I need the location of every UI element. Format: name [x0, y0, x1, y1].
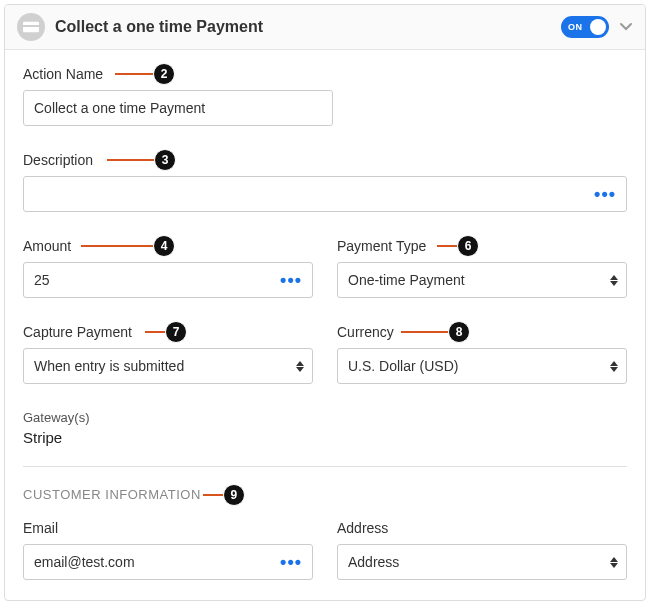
toggle-label: ON [568, 22, 583, 32]
currency-select[interactable]: U.S. Dollar (USD) [337, 348, 627, 384]
currency-label: Currency [337, 324, 627, 340]
address-select[interactable]: Address [337, 544, 627, 580]
payment-type-select[interactable]: One-time Payment [337, 262, 627, 298]
action-name-label: Action Name [23, 66, 627, 82]
email-label: Email [23, 520, 313, 536]
card-icon [17, 13, 45, 41]
enable-toggle[interactable]: ON [561, 16, 609, 38]
divider [23, 466, 627, 467]
select-arrows-icon [610, 361, 618, 372]
ellipsis-icon[interactable]: ••• [272, 275, 302, 285]
action-name-input[interactable]: Collect a one time Payment [23, 90, 333, 126]
ellipsis-icon[interactable]: ••• [272, 557, 302, 567]
chevron-down-icon[interactable] [619, 18, 633, 36]
customer-information-header: CUSTOMER INFORMATION 9 [23, 487, 627, 502]
payment-action-panel: Collect a one time Payment ON Action Nam… [4, 4, 646, 601]
capture-payment-select[interactable]: When entry is submitted [23, 348, 313, 384]
panel-body: Action Name 2 Collect a one time Payment… [5, 50, 645, 600]
select-arrows-icon [610, 557, 618, 568]
select-arrows-icon [296, 361, 304, 372]
address-label: Address [337, 520, 627, 536]
select-arrows-icon [610, 275, 618, 286]
amount-label: Amount [23, 238, 313, 254]
annotation-9: 9 [223, 484, 245, 506]
panel-title: Collect a one time Payment [55, 18, 561, 36]
svg-rect-1 [23, 25, 39, 27]
amount-input[interactable]: 25 ••• [23, 262, 313, 298]
gateways-value: Stripe [23, 429, 627, 446]
toggle-knob [590, 19, 606, 35]
capture-payment-label: Capture Payment [23, 324, 313, 340]
ellipsis-icon[interactable]: ••• [586, 189, 616, 199]
panel-header: Collect a one time Payment ON [5, 5, 645, 50]
gateways-block: Gateway(s) Stripe [23, 410, 627, 446]
payment-type-label: Payment Type [337, 238, 627, 254]
description-input[interactable]: ••• [23, 176, 627, 212]
email-input[interactable]: email@test.com ••• [23, 544, 313, 580]
description-label: Description [23, 152, 627, 168]
gateways-label: Gateway(s) [23, 410, 627, 425]
